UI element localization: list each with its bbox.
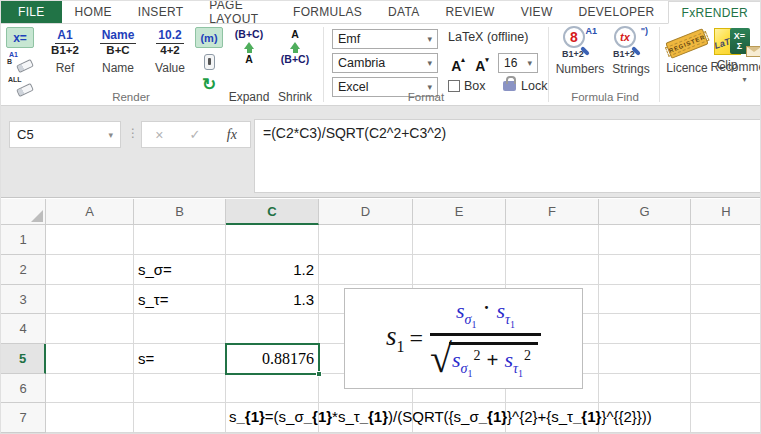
recommend-button[interactable]: X=Σ Recommend ▾ — [722, 26, 761, 88]
column-header-H[interactable]: H — [691, 199, 761, 225]
font-name-dropdown[interactable]: Cambria▾ — [332, 53, 438, 73]
cell-B3[interactable]: s_τ= — [134, 285, 226, 314]
cell-G1[interactable] — [599, 225, 691, 255]
cell-C1[interactable] — [226, 225, 319, 255]
chevron-down-icon[interactable]: ▾ — [742, 75, 746, 84]
cell-C4[interactable] — [226, 314, 319, 344]
render-value-button[interactable]: 10.2 4+2 Value — [147, 26, 193, 88]
cell-B2[interactable]: s_σ= — [134, 255, 226, 285]
cell-A4[interactable] — [46, 314, 134, 344]
cell-A2[interactable] — [46, 255, 134, 285]
font-size-dropdown[interactable]: 16▾ — [498, 53, 538, 73]
cancel-icon[interactable]: × — [155, 127, 163, 143]
fill-handle[interactable] — [316, 371, 322, 377]
column-header-C[interactable]: C — [226, 199, 319, 225]
tab-view[interactable]: VIEW — [508, 1, 566, 23]
lock-toggle[interactable]: Lock — [503, 79, 547, 93]
tab-insert[interactable]: INSERT — [125, 1, 197, 23]
cell-C2[interactable]: 1.2 — [226, 255, 319, 285]
formula-bar-input[interactable]: =(C2*C3)/SQRT(C2^2+C3^2) — [254, 119, 761, 193]
find-strings-button[interactable]: ") B1+2 tx Strings — [608, 26, 654, 88]
cell-A1[interactable] — [46, 225, 134, 255]
cell-D1[interactable] — [319, 225, 413, 255]
cell-F1[interactable] — [506, 225, 599, 255]
cell-D2[interactable] — [319, 255, 413, 285]
tab-review[interactable]: REVIEW — [433, 1, 508, 23]
cell-H2[interactable] — [691, 255, 761, 285]
column-header-B[interactable]: B — [134, 199, 226, 225]
cell-F2[interactable] — [506, 255, 599, 285]
render-inline-button[interactable]: x= — [6, 27, 34, 48]
find-numbers-button[interactable]: A1 B1+2 8 Numbers — [555, 26, 605, 88]
insert-function-icon[interactable]: fx — [227, 127, 237, 143]
worksheet: ABCDEFGH12s_σ=1.23s_τ=1.345s=0.8817667 s… — [1, 199, 761, 434]
render-name-button[interactable]: Name B+C Name — [93, 26, 143, 88]
cell-H5[interactable] — [691, 344, 761, 374]
cell-H1[interactable] — [691, 225, 761, 255]
column-header-F[interactable]: F — [506, 199, 599, 225]
rendered-equation-image[interactable]: s1 = sσ1·sτ1 √ sσ12+sτ12 — [344, 288, 583, 389]
tab-developer[interactable]: DEVELOPER — [566, 1, 668, 23]
latex-status-label: LaTeX (offline) — [448, 30, 528, 44]
row-header-2[interactable]: 2 — [1, 255, 46, 285]
expand-button[interactable]: (B+C) A Expand — [227, 26, 271, 88]
cell-B7[interactable] — [134, 403, 226, 433]
active-cell-selection[interactable] — [225, 343, 320, 375]
cell-H3[interactable] — [691, 285, 761, 314]
cell-E1[interactable] — [413, 225, 506, 255]
tab-page-layout[interactable]: PAGE LAYOUT — [196, 1, 280, 23]
row-header-4[interactable]: 4 — [1, 314, 46, 344]
row-header-5[interactable]: 5 — [1, 344, 46, 374]
cell-A3[interactable] — [46, 285, 134, 314]
image-format-dropdown[interactable]: Emf▾ — [332, 29, 438, 49]
cell-B5[interactable]: s= — [134, 344, 226, 374]
chevron-down-icon: ▾ — [527, 58, 532, 68]
row-header-6[interactable]: 6 — [1, 374, 46, 403]
render-ref-button[interactable]: A1 B1+2 Ref — [41, 26, 89, 88]
cell-G6[interactable] — [599, 374, 691, 403]
row-header-7[interactable]: 7 — [1, 403, 46, 433]
cell-G3[interactable] — [599, 285, 691, 314]
tab-formulas[interactable]: FORMULAS — [280, 1, 375, 23]
column-header-E[interactable]: E — [413, 199, 506, 225]
cell-G5[interactable] — [599, 344, 691, 374]
shrink-button[interactable]: A (B+C) Shrink — [273, 26, 317, 88]
tab-home[interactable]: HOME — [62, 1, 125, 23]
cell-C7-formula-text[interactable]: s_{1}=(s_σ_{1}*s_τ_{1})/(SQRT({s_σ_{1}}^… — [229, 408, 652, 425]
shrink-font-button[interactable]: A▾ — [472, 53, 492, 73]
cell-H7[interactable] — [691, 403, 761, 433]
cell-A6[interactable] — [46, 374, 134, 403]
licence-button[interactable]: REGISTER Licence — [664, 26, 710, 88]
cell-B6[interactable] — [134, 374, 226, 403]
select-all-corner[interactable] — [1, 199, 46, 225]
cell-C3[interactable]: 1.3 — [226, 285, 319, 314]
tab-data[interactable]: DATA — [375, 1, 432, 23]
cell-H6[interactable] — [691, 374, 761, 403]
grow-font-button[interactable]: A▴ — [448, 53, 468, 73]
cell-E2[interactable] — [413, 255, 506, 285]
tab-file[interactable]: FILE — [1, 1, 62, 23]
meters-mode-button[interactable]: (m) — [195, 27, 223, 48]
cell-B4[interactable] — [134, 314, 226, 344]
toggle-button[interactable] — [195, 51, 223, 72]
cell-B1[interactable] — [134, 225, 226, 255]
column-header-A[interactable]: A — [46, 199, 134, 225]
cell-A7[interactable] — [46, 403, 134, 433]
equation-lhs: s1 — [386, 321, 405, 356]
enter-icon[interactable]: ✓ — [190, 127, 201, 142]
cell-G4[interactable] — [599, 314, 691, 344]
name-box[interactable]: C5 ▾ — [9, 121, 121, 148]
chevron-down-icon[interactable]: ▾ — [108, 130, 113, 140]
row-header-1[interactable]: 1 — [1, 225, 46, 255]
erase-all-button[interactable]: ALL — [6, 75, 34, 96]
cell-C6[interactable] — [226, 374, 319, 403]
cell-G2[interactable] — [599, 255, 691, 285]
row-header-3[interactable]: 3 — [1, 285, 46, 314]
erase-formula-button[interactable]: A1 B — [6, 51, 34, 72]
equation-fraction: sσ1·sτ1 √ sσ12+sτ12 — [430, 298, 541, 379]
column-header-D[interactable]: D — [319, 199, 413, 225]
cell-A5[interactable] — [46, 344, 134, 374]
column-header-G[interactable]: G — [599, 199, 691, 225]
tab-fxrender[interactable]: FxRENDER — [668, 1, 761, 24]
cell-H4[interactable] — [691, 314, 761, 344]
